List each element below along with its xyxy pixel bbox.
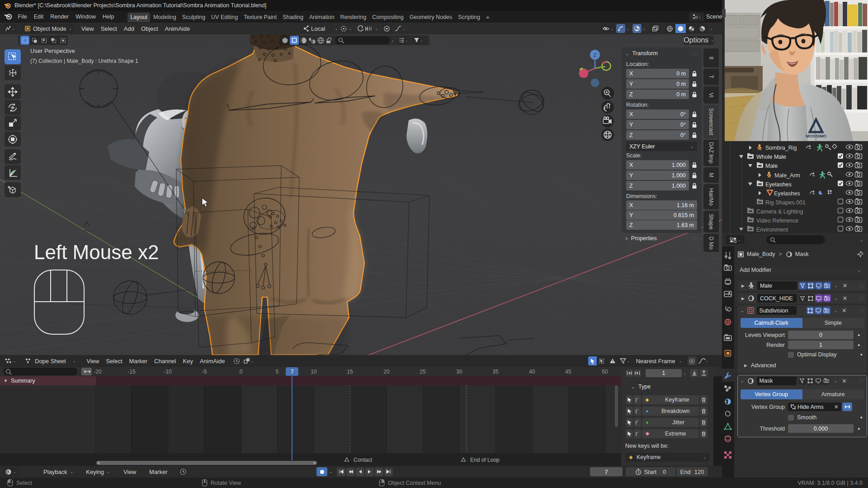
- svg-text:20: 20: [383, 369, 390, 375]
- svg-text:Eyelashes: Eyelashes: [765, 181, 792, 188]
- svg-text:Environment: Environment: [756, 227, 788, 233]
- svg-text:Sombra_Rig: Sombra_Rig: [765, 145, 797, 151]
- svg-text:Camera & Lighting: Camera & Lighting: [756, 208, 803, 215]
- svg-text:Eyelashes: Eyelashes: [774, 190, 800, 197]
- svg-text:Whole Male: Whole Male: [756, 154, 786, 160]
- svg-text:Male_Arm: Male_Arm: [774, 172, 800, 179]
- svg-text:45: 45: [565, 369, 571, 375]
- svg-text:(7) Collection | Male_Body : U: (7) Collection | Male_Body : Urethra Sha…: [30, 58, 138, 64]
- svg-text:5: 5: [276, 369, 279, 375]
- svg-text:Left Mouse x2: Left Mouse x2: [34, 241, 159, 263]
- svg-text:-10: -10: [164, 369, 172, 375]
- svg-text:Video Reference: Video Reference: [756, 218, 798, 224]
- svg-text:10: 10: [311, 369, 317, 375]
- svg-text:50: 50: [602, 369, 608, 375]
- svg-text:40: 40: [529, 369, 535, 375]
- svg-text:25: 25: [420, 369, 426, 375]
- svg-text:15: 15: [347, 369, 353, 375]
- svg-text:0: 0: [240, 369, 243, 375]
- svg-text:Male: Male: [765, 163, 778, 169]
- svg-text:35: 35: [492, 369, 499, 375]
- svg-text:Contact: Contact: [354, 457, 373, 463]
- svg-text:30: 30: [456, 369, 462, 375]
- svg-text:Z: Z: [594, 52, 597, 58]
- svg-text:MOSSIMO: MOSSIMO: [806, 133, 826, 138]
- svg-text:-15: -15: [127, 369, 136, 375]
- svg-text:End of Loop: End of Loop: [470, 457, 500, 463]
- svg-text:Rig Shapes.001: Rig Shapes.001: [765, 199, 806, 206]
- svg-text:-20: -20: [94, 369, 102, 375]
- svg-text:7: 7: [291, 369, 294, 375]
- svg-text:User Perspective: User Perspective: [30, 47, 75, 54]
- svg-text:-5: -5: [202, 369, 207, 375]
